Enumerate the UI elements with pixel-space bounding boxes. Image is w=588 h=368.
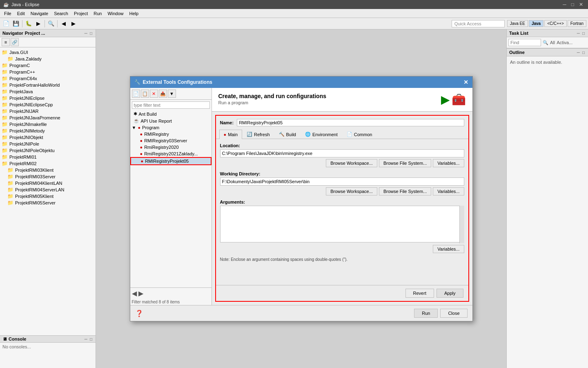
- close-button[interactable]: ✕: [577, 2, 585, 7]
- tree-api-report[interactable]: ☕ API Use Report: [130, 117, 212, 124]
- save-button[interactable]: 💾: [11, 19, 20, 28]
- tree-item-rmi03klient[interactable]: 📁 ProjektRMI03Klient: [0, 167, 96, 173]
- tree-item-rmi05klient[interactable]: 📁 ProjektRMI05Klient: [0, 193, 96, 200]
- maximize-console-button[interactable]: □: [89, 337, 93, 341]
- menu-help[interactable]: Help: [127, 10, 141, 17]
- arguments-textarea[interactable]: [220, 206, 464, 242]
- delete-config-button[interactable]: ✕: [150, 90, 158, 98]
- tree-rmiregistry[interactable]: ● RMIRegistry: [130, 131, 212, 137]
- tree-item-jnijar[interactable]: 📁 ProjektJNIJAR: [0, 108, 96, 114]
- variables-1-button[interactable]: Variables...: [433, 159, 464, 167]
- import-config-button[interactable]: ▼: [168, 90, 176, 98]
- maximize-task-button[interactable]: □: [581, 31, 586, 36]
- menu-edit[interactable]: Edit: [15, 10, 27, 17]
- collapse-all-button[interactable]: ≡: [2, 38, 10, 46]
- tree-rmiregistry2020[interactable]: ● RmiRegistry2020: [130, 144, 212, 150]
- forward-button[interactable]: ▶: [69, 19, 78, 28]
- tree-ant-build[interactable]: ✱ Ant Build: [130, 110, 212, 117]
- scroll-left-button[interactable]: ◀: [132, 289, 137, 297]
- new-button[interactable]: 📄: [2, 19, 11, 28]
- tree-item-jnipole[interactable]: 📁 ProjektJNIPole: [0, 141, 96, 147]
- scroll-right-button[interactable]: ▶: [138, 289, 143, 297]
- browse-workspace-2-button[interactable]: Browse Workspace...: [326, 187, 377, 195]
- tree-item-projektjava[interactable]: 📁 ProjektJava: [0, 88, 96, 95]
- minimize-console-button[interactable]: ─: [84, 337, 88, 341]
- tree-item-java-zaklady[interactable]: 📁 Java.Zaklady: [0, 56, 96, 62]
- find-input[interactable]: [508, 39, 541, 46]
- minimize-button[interactable]: ─: [561, 2, 568, 7]
- run-button[interactable]: ▶: [34, 19, 43, 28]
- perspective-fortran[interactable]: Fortran: [568, 20, 586, 27]
- perspective-javaee[interactable]: Java EE: [507, 20, 528, 27]
- copy-config-button[interactable]: 📋: [141, 90, 149, 98]
- perspective-cpp[interactable]: <C/C++>: [544, 20, 567, 27]
- debug-button[interactable]: 🐛: [24, 19, 33, 28]
- new-config-button[interactable]: 📄: [132, 90, 140, 98]
- search-button[interactable]: 🔍: [47, 19, 56, 28]
- tree-item-jnieclipsecpp[interactable]: 📁 ProjektJNIEclipseCpp: [0, 101, 96, 108]
- minimize-outline-button[interactable]: ─: [576, 50, 581, 55]
- location-input[interactable]: [220, 149, 464, 157]
- tree-item-rmi03server[interactable]: 📁 ProjektRMI03Server: [0, 173, 96, 180]
- variables-2-button[interactable]: Variables...: [433, 187, 464, 195]
- tree-program-group[interactable]: ▼ ● Program: [130, 124, 212, 131]
- tree-item-jnipoleobj[interactable]: 📁 ProjektJNIPoleObjektu: [0, 147, 96, 154]
- browse-filesystem-2-button[interactable]: Browse File System...: [379, 187, 431, 195]
- tree-item-programcpp[interactable]: 📁 ProgramC++: [0, 69, 96, 75]
- browse-filesystem-1-button[interactable]: Browse File System...: [379, 159, 431, 167]
- apply-button[interactable]: Apply: [437, 289, 463, 298]
- maximize-button[interactable]: □: [570, 2, 576, 7]
- minimize-task-button[interactable]: ─: [576, 31, 581, 36]
- tree-item-rmi04klientlan[interactable]: 📁 ProjektRMI04KlientLAN: [0, 180, 96, 186]
- tree-item-rmi05server[interactable]: 📁 ProjektRMI05Server: [0, 200, 96, 206]
- maximize-outline-button[interactable]: □: [581, 50, 586, 55]
- menu-window[interactable]: Window: [105, 10, 126, 17]
- revert-button[interactable]: Revert: [405, 289, 434, 298]
- variables-3-button[interactable]: Variables...: [433, 245, 464, 253]
- menu-search[interactable]: Search: [51, 10, 71, 17]
- perspective-java[interactable]: Java: [529, 20, 543, 27]
- tree-item-projektfortran[interactable]: 📁 ProjektFortranHalloWorld: [0, 82, 96, 88]
- working-dir-input[interactable]: [220, 177, 464, 186]
- tab-main[interactable]: ● Main: [219, 130, 243, 139]
- tree-item-programc[interactable]: 📁 ProgramC: [0, 62, 96, 69]
- tab-common[interactable]: 📄 Common: [342, 130, 377, 139]
- browse-workspace-1-button[interactable]: Browse Workspace...: [326, 159, 377, 167]
- tree-item-jniobjekt[interactable]: 📁 ProjektJNIObjekt: [0, 134, 96, 141]
- dialog-close-button[interactable]: ✕: [463, 79, 468, 85]
- tree-item-rmi02[interactable]: 📁 ProjektRMI02: [0, 160, 96, 167]
- all-label[interactable]: All: [550, 40, 555, 45]
- maximize-panel-button[interactable]: □: [89, 31, 93, 36]
- menu-navigate[interactable]: Navigate: [28, 10, 51, 17]
- menu-project[interactable]: Project: [71, 10, 90, 17]
- arguments-scrollbar[interactable]: [459, 206, 464, 243]
- activa-label[interactable]: Activa...: [557, 40, 572, 45]
- tree-rmiregistry2021[interactable]: ● RmiRegistry2021Zaklady...: [130, 150, 212, 157]
- export-config-button[interactable]: 📤: [159, 90, 167, 98]
- tree-item-java-gui[interactable]: 📁 Java.GUI: [0, 49, 96, 56]
- tree-item-rmi01[interactable]: 📁 ProjektRMI01: [0, 154, 96, 160]
- quick-access-box[interactable]: Quick Access: [452, 20, 505, 27]
- tree-rmiregistryprojekt05[interactable]: ● RMIRegistryProjekt05: [130, 157, 212, 165]
- name-input[interactable]: [237, 119, 464, 126]
- minimize-panel-button[interactable]: ─: [84, 31, 88, 36]
- tree-item-programc64x[interactable]: 📁 ProgramC64x: [0, 75, 96, 82]
- close-button[interactable]: Close: [440, 309, 467, 318]
- link-button[interactable]: 🔗: [11, 38, 19, 46]
- tab-refresh[interactable]: 🔄 Refresh: [242, 130, 274, 139]
- tree-rmiregistry03server[interactable]: ● RMIRegistry03Server: [130, 137, 212, 144]
- tree-item-rmi04serverlan[interactable]: 📁 ProjektRMI04ServerLAN: [0, 186, 96, 193]
- tab-build[interactable]: 🔨 Build: [274, 130, 301, 139]
- help-icon[interactable]: ❓: [135, 310, 143, 317]
- menu-run[interactable]: Run: [91, 10, 104, 17]
- navigator-tab[interactable]: Navigator: [2, 31, 23, 36]
- tree-item-jnieclipse[interactable]: 📁 ProjektJNIEclipse: [0, 95, 96, 101]
- back-button[interactable]: ◀: [59, 19, 68, 28]
- menu-file[interactable]: File: [2, 10, 14, 17]
- tree-item-jnimetody[interactable]: 📁 ProjektJNIMetody: [0, 128, 96, 134]
- tree-item-jnijava[interactable]: 📁 ProjektJNIJavaPromenne: [0, 114, 96, 121]
- tree-item-jnimake[interactable]: 📁 ProjektJNImakefile: [0, 121, 96, 128]
- project-tab[interactable]: Project ...: [25, 31, 45, 36]
- run-button[interactable]: Run: [414, 309, 438, 318]
- filter-input[interactable]: [132, 101, 210, 109]
